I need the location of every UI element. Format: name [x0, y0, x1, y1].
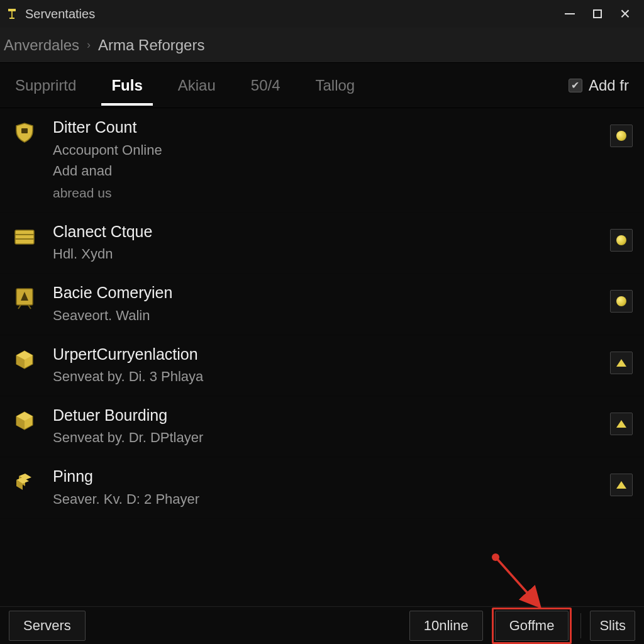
slits-button[interactable]: Slits	[590, 611, 635, 641]
tab-counter[interactable]: 50/4	[251, 65, 280, 106]
tab-akiau[interactable]: Akiau	[178, 65, 216, 106]
status-badge[interactable]	[610, 352, 633, 374]
chevron-right-icon: ›	[87, 38, 91, 52]
server-subtitle: Accoupont Online	[53, 140, 595, 160]
svg-rect-0	[21, 128, 28, 133]
server-title: Detuer Bourding	[53, 405, 595, 426]
status-dot-icon	[616, 296, 626, 306]
server-subtitle: Senveat by. Di. 3 Phlaya	[53, 367, 595, 387]
list-item-body: Bacie Comeryien Seaveort. Walin	[53, 282, 595, 325]
list-item-body: Ditter Count Accoupont Online Add anad a…	[53, 117, 595, 203]
status-dot-icon	[616, 235, 626, 245]
svg-line-5	[18, 305, 21, 309]
status-badge[interactable]	[610, 229, 633, 252]
list-item-body: Clanect Ctque Hdl. Xydn	[53, 221, 595, 264]
annotation-highlight: Goffme	[492, 608, 572, 644]
add-button-label: Add fr	[589, 77, 629, 94]
server-subtitle: Seaveort. Walin	[53, 306, 595, 326]
maximize-button[interactable]	[584, 0, 611, 28]
bottom-bar: Servers 10nline Goffme Slits	[0, 606, 644, 644]
server-subtitle: Hdl. Xydn	[53, 244, 595, 264]
list-item-body: Detuer Bourding Senveat by. Dr. DPtlayer	[53, 405, 595, 448]
tabs-row: Supprirtd Fuls Akiau 50/4 Tallog ✔ Add f…	[0, 63, 644, 108]
server-subtitle: Seaver. Kv. D: 2 Phayer	[53, 489, 595, 509]
chips-icon	[11, 469, 38, 495]
arrow-up-icon	[616, 359, 626, 367]
breadcrumb-item[interactable]: Arma Reforgers	[98, 36, 204, 54]
list-item[interactable]: Ditter Count Accoupont Online Add anad a…	[0, 108, 644, 213]
server-list: Ditter Count Accoupont Online Add anad a…	[0, 108, 644, 606]
servers-button[interactable]: Servers	[9, 611, 86, 641]
list-item-body: Pinng Seaver. Kv. D: 2 Phayer	[53, 466, 595, 509]
tab-fuls[interactable]: Fuls	[111, 65, 142, 106]
app-window: Serventaties × Anverdales › Arma Reforge…	[0, 0, 644, 644]
status-badge[interactable]	[610, 290, 633, 313]
cube-icon	[11, 408, 38, 434]
frame-icon	[11, 285, 38, 311]
list-item[interactable]: UrpertCurryenlaction Senveat by. Di. 3 P…	[0, 335, 644, 396]
server-title: Ditter Count	[53, 117, 595, 138]
list-item[interactable]: Clanect Ctque Hdl. Xydn	[0, 213, 644, 274]
divider	[580, 613, 581, 638]
list-item[interactable]: Detuer Bourding Senveat by. Dr. DPtlayer	[0, 396, 644, 457]
status-badge[interactable]	[610, 125, 633, 147]
app-icon	[5, 7, 19, 21]
svg-rect-1	[15, 230, 34, 244]
server-title: UrpertCurryenlaction	[53, 344, 595, 365]
server-title: Bacie Comeryien	[53, 282, 595, 303]
arrow-up-icon	[616, 481, 626, 489]
svg-line-6	[28, 305, 31, 309]
status-badge[interactable]	[610, 474, 633, 496]
checkbox-icon: ✔	[569, 79, 582, 92]
server-subtitle: abread us	[53, 184, 595, 203]
status-dot-icon	[616, 131, 626, 141]
tab-tallog[interactable]: Tallog	[316, 65, 355, 106]
shield-icon	[11, 119, 38, 146]
add-button[interactable]: ✔ Add fr	[569, 77, 629, 94]
online-button[interactable]: 10nline	[409, 611, 483, 641]
window-title: Serventaties	[25, 7, 95, 21]
server-subtitle: Add anad	[53, 161, 595, 181]
list-item[interactable]: Bacie Comeryien Seaveort. Walin	[0, 274, 644, 335]
minimize-button[interactable]	[556, 0, 584, 28]
status-badge[interactable]	[610, 413, 633, 435]
server-subtitle: Senveat by. Dr. DPtlayer	[53, 428, 595, 448]
cube-icon	[11, 347, 38, 373]
arrow-up-icon	[616, 420, 626, 428]
close-button[interactable]: ×	[611, 0, 639, 28]
titlebar: Serventaties ×	[0, 0, 644, 28]
list-item-body: UrpertCurryenlaction Senveat by. Di. 3 P…	[53, 344, 595, 387]
breadcrumb: Anverdales › Arma Reforgers	[0, 28, 644, 63]
breadcrumb-item[interactable]: Anverdales	[4, 36, 79, 54]
goffme-button[interactable]: Goffme	[495, 611, 569, 641]
tab-supprirtd[interactable]: Supprirtd	[15, 65, 76, 106]
server-title: Pinng	[53, 466, 595, 487]
crate-icon	[11, 224, 38, 250]
list-item[interactable]: Pinng Seaver. Kv. D: 2 Phayer	[0, 457, 644, 518]
server-title: Clanect Ctque	[53, 221, 595, 242]
